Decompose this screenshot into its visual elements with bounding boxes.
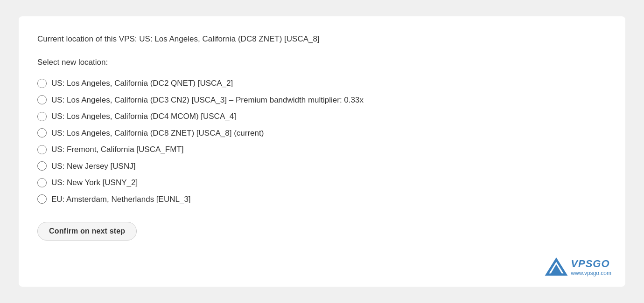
location-label-usnj: US: New Jersey [USNJ] <box>51 160 135 172</box>
location-option-usca8[interactable]: US: Los Angeles, California (DC8 ZNET) [… <box>37 127 264 139</box>
location-option-usca3[interactable]: US: Los Angeles, California (DC3 CN2) [U… <box>37 94 364 106</box>
list-item: US: Los Angeles, California (DC2 QNET) [… <box>37 77 607 90</box>
list-item: US: New Jersey [USNJ] <box>37 160 607 172</box>
location-list: US: Los Angeles, California (DC2 QNET) [… <box>37 77 607 205</box>
location-option-usny2[interactable]: US: New York [USNY_2] <box>37 177 138 189</box>
location-option-usca2[interactable]: US: Los Angeles, California (DC2 QNET) [… <box>37 77 233 90</box>
list-item: US: Los Angeles, California (DC8 ZNET) [… <box>37 127 607 139</box>
radio-usca2[interactable] <box>37 79 47 88</box>
radio-uscafmt[interactable] <box>37 145 47 154</box>
radio-usca4[interactable] <box>37 112 47 121</box>
watermark-url: www.vpsgo.com <box>571 270 611 276</box>
radio-usny2[interactable] <box>37 178 47 187</box>
location-label-eunl3: EU: Amsterdam, Netherlands [EUNL_3] <box>51 193 191 206</box>
list-item: US: New York [USNY_2] <box>37 177 607 189</box>
radio-usnj[interactable] <box>37 161 47 171</box>
location-option-usca4[interactable]: US: Los Angeles, California (DC4 MCOM) [… <box>37 110 236 123</box>
main-panel: Current location of this VPS: US: Los An… <box>19 16 625 287</box>
radio-eunl3[interactable] <box>37 194 47 204</box>
current-location-text: Current location of this VPS: US: Los An… <box>37 33 607 45</box>
watermark-brand: VPSGO <box>571 258 611 270</box>
location-label-uscafmt: US: Fremont, California [USCA_FMT] <box>51 144 183 156</box>
location-label-usca3: US: Los Angeles, California (DC3 CN2) [U… <box>51 94 364 106</box>
vpsgo-logo-icon <box>545 257 568 277</box>
location-label-usca8: US: Los Angeles, California (DC8 ZNET) [… <box>51 127 264 139</box>
list-item: US: Los Angeles, California (DC4 MCOM) [… <box>37 110 607 123</box>
location-option-usnj[interactable]: US: New Jersey [USNJ] <box>37 160 135 172</box>
list-item: US: Fremont, California [USCA_FMT] <box>37 144 607 156</box>
confirm-next-step-button[interactable]: Confirm on next step <box>37 222 137 241</box>
location-label-usny2: US: New York [USNY_2] <box>51 177 138 189</box>
location-option-uscafmt[interactable]: US: Fremont, California [USCA_FMT] <box>37 144 183 156</box>
location-label-usca2: US: Los Angeles, California (DC2 QNET) [… <box>51 77 233 90</box>
location-option-eunl3[interactable]: EU: Amsterdam, Netherlands [EUNL_3] <box>37 193 191 206</box>
list-item: US: Los Angeles, California (DC3 CN2) [U… <box>37 94 607 106</box>
watermark-text: VPSGO www.vpsgo.com <box>571 258 611 277</box>
list-item: EU: Amsterdam, Netherlands [EUNL_3] <box>37 193 607 206</box>
location-label-usca4: US: Los Angeles, California (DC4 MCOM) [… <box>51 110 236 123</box>
radio-usca8[interactable] <box>37 128 47 138</box>
watermark: VPSGO www.vpsgo.com <box>545 257 611 277</box>
radio-usca3[interactable] <box>37 95 47 104</box>
select-location-label: Select new location: <box>37 56 607 69</box>
